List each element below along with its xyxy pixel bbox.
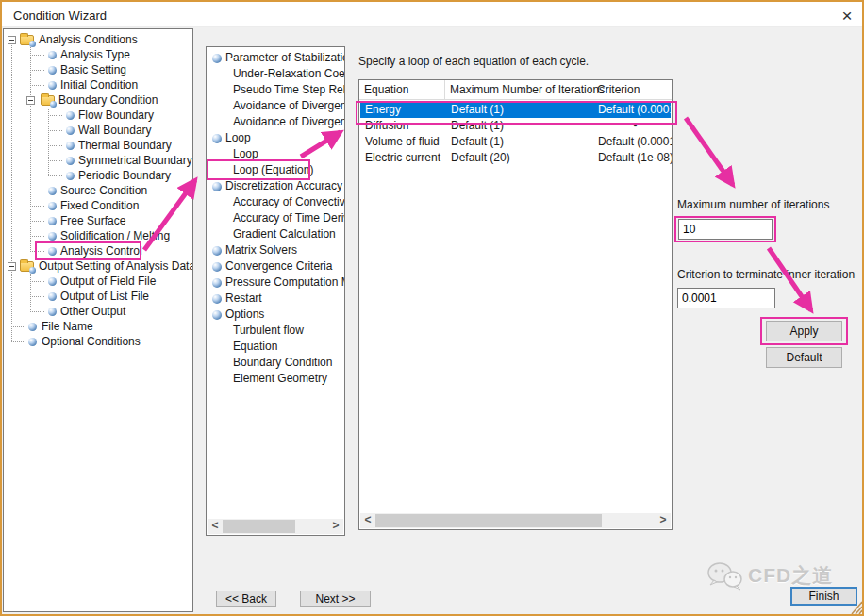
- scroll-left-icon[interactable]: <: [360, 513, 375, 528]
- collapse-icon[interactable]: [8, 262, 16, 271]
- tree-bullet-icon: [48, 202, 57, 210]
- list-item-accuracy-of-time-deriva-sub[interactable]: Accuracy of Time Deriva: [207, 210, 344, 226]
- tree-connector-stub: [30, 236, 45, 237]
- tree-connector-stub: [48, 130, 63, 131]
- list-item-loop[interactable]: Loop: [207, 130, 344, 146]
- tree-item-thermal-boundary[interactable]: Thermal Boundary: [4, 138, 192, 153]
- list-item-convergence-criteria[interactable]: Convergence Criteria: [207, 258, 344, 275]
- table-row-electric-current[interactable]: Electric currentDefault (20)Default (1e-…: [360, 150, 671, 166]
- list-item-turbulent-flow-sub[interactable]: Turbulent flow: [207, 323, 344, 339]
- tree-item-analysis-control[interactable]: Analysis Control: [4, 243, 192, 258]
- close-icon[interactable]: ×: [834, 5, 860, 27]
- list-item-pseudo-time-step-relaxa-sub[interactable]: Pseudo Time Step Relaxa: [207, 82, 344, 98]
- list-item-discretization-accuracy[interactable]: Discretization Accuracy: [207, 178, 344, 194]
- tree-connector-stub: [30, 191, 45, 191]
- apply-button[interactable]: Apply: [766, 321, 842, 341]
- resize-grip-icon[interactable]: [850, 600, 862, 614]
- tree-item-label: Fixed Condition: [60, 198, 139, 213]
- tree-item-periodic-boundary[interactable]: Periodic Boundary: [4, 168, 192, 183]
- list-item-boundary-condition-sub[interactable]: Boundary Condition: [207, 355, 344, 371]
- list-item-label: Pseudo Time Step Relaxa: [233, 82, 344, 98]
- list-item-under-relaxation-coeffi-sub[interactable]: Under-Relaxation Coeffi: [207, 66, 344, 82]
- tree-item-label: Boundary Condition: [58, 92, 158, 108]
- list-item-matrix-solvers[interactable]: Matrix Solvers: [207, 242, 344, 258]
- tree-item-free-surface[interactable]: Free Surface: [4, 213, 192, 228]
- list-item-loop-sub[interactable]: Loop: [207, 146, 344, 162]
- folder-icon: [20, 261, 34, 272]
- list-item-label: Convergence Criteria: [225, 258, 332, 275]
- list-item-options[interactable]: Options: [207, 307, 344, 323]
- arrow-to-iterations-input: [686, 118, 733, 185]
- tree-bullet-icon: [48, 232, 57, 241]
- tree-item-output-of-field-file[interactable]: Output of Field File: [4, 274, 192, 289]
- tree-item-label: Output of List File: [60, 289, 149, 304]
- list-item-gradient-calculation-sub[interactable]: Gradient Calculation: [207, 226, 344, 242]
- list-item-avoidance-of-divergence-sub[interactable]: Avoidance of Divergence: [207, 98, 344, 114]
- max-iterations-input[interactable]: [678, 219, 773, 240]
- tree-bullet-icon: [66, 157, 75, 165]
- list-item-restart[interactable]: Restart: [207, 291, 344, 307]
- list-item-pressure-computation-met[interactable]: Pressure Computation Met: [207, 275, 344, 291]
- list-item-avoidance-of-divergence-sub[interactable]: Avoidance of Divergence: [207, 114, 344, 130]
- collapse-icon[interactable]: [26, 96, 35, 105]
- scroll-left-icon[interactable]: <: [208, 519, 223, 534]
- cell-equation: Electric current: [365, 150, 448, 166]
- scrollbar-thumb[interactable]: [375, 514, 602, 527]
- tree-item-initial-condition[interactable]: Initial Condition: [4, 77, 192, 92]
- list-item-label: Loop: [233, 146, 258, 162]
- next-button[interactable]: Next >>: [300, 591, 371, 607]
- list-item-label: Loop: [225, 130, 251, 146]
- cell-criterion: Default (0.0001: [598, 134, 673, 150]
- scroll-right-icon[interactable]: >: [328, 519, 343, 534]
- tree-item-analysis-type[interactable]: Analysis Type: [4, 47, 192, 62]
- tree-connector-stub: [30, 206, 45, 207]
- tree-connector-stub: [11, 341, 26, 342]
- list-item-parameter-of-stabilization[interactable]: Parameter of Stabilization: [207, 50, 344, 66]
- scrollbar-thumb[interactable]: [223, 520, 295, 533]
- column-header-iterations[interactable]: Maximum Number of Iterations: [450, 80, 593, 99]
- list-bullet-icon: [212, 54, 222, 63]
- collapse-icon[interactable]: [8, 36, 16, 44]
- list-item-label: Under-Relaxation Coeffi: [233, 66, 344, 82]
- list-item-element-geometry-sub[interactable]: Element Geometry: [207, 371, 344, 387]
- table-row-energy[interactable]: EnergyDefault (1)Default (0.0001: [360, 102, 671, 118]
- tree-item-source-condition[interactable]: Source Condition: [4, 183, 192, 198]
- table-hscrollbar[interactable]: < >: [360, 513, 671, 528]
- cell-equation: Volume of fluid: [365, 134, 448, 150]
- tree-item-analysis-conditions[interactable]: Analysis Conditions: [4, 32, 192, 47]
- tree-item-optional-conditions[interactable]: Optional Conditions: [4, 334, 192, 349]
- tree-item-symmetrical-boundary[interactable]: Symmetrical Boundary: [4, 153, 192, 168]
- default-button[interactable]: Default: [766, 347, 842, 368]
- criterion-input[interactable]: [677, 288, 775, 308]
- list-item-label: Avoidance of Divergence: [233, 98, 344, 114]
- tree-item-basic-setting[interactable]: Basic Setting: [4, 62, 192, 77]
- max-iterations-label: Maximum number of iterations: [677, 198, 829, 211]
- tree-connector-stub: [30, 281, 45, 282]
- tree-item-flow-boundary[interactable]: Flow Boundary: [4, 108, 192, 123]
- table-row-volume-of-fluid[interactable]: Volume of fluidDefault (1)Default (0.000…: [360, 134, 671, 150]
- tree-item-fixed-condition[interactable]: Fixed Condition: [4, 198, 192, 213]
- cell-equation: Diffusion: [365, 118, 448, 134]
- tree-item-other-output[interactable]: Other Output: [4, 304, 192, 319]
- list-bullet-icon: [212, 294, 222, 304]
- tree-item-wall-boundary[interactable]: Wall Boundary: [4, 123, 192, 138]
- tree-item-file-name[interactable]: File Name: [4, 319, 192, 334]
- tree-item-output-setting-of-analysis-data[interactable]: Output Setting of Analysis Data: [4, 258, 192, 274]
- table-row-diffusion[interactable]: DiffusionDefault (1)-: [360, 118, 671, 134]
- list-item-accuracy-of-convective-sub[interactable]: Accuracy of Convective: [207, 194, 344, 210]
- tree-item-boundary-condition[interactable]: Boundary Condition: [4, 92, 192, 108]
- list-item-equation-sub[interactable]: Equation: [207, 339, 344, 355]
- tree-connector-stub: [30, 296, 45, 297]
- criterion-label: Criterion to terminate inner iteration: [677, 268, 855, 281]
- list-item-loop-equation-sub[interactable]: Loop (Equation): [207, 162, 344, 178]
- tree-bullet-icon: [28, 338, 37, 346]
- tree-item-output-of-list-file[interactable]: Output of List File: [4, 289, 192, 304]
- middle-list-hscrollbar[interactable]: < >: [208, 519, 343, 534]
- column-header-equation[interactable]: Equation: [364, 80, 447, 99]
- tree-item-solidification-melting[interactable]: Solidification / Melting: [4, 228, 192, 243]
- scroll-right-icon[interactable]: >: [656, 513, 671, 528]
- list-item-label: Equation: [233, 339, 277, 355]
- back-button[interactable]: << Back: [216, 591, 276, 607]
- cell-iterations: Default (1): [451, 102, 594, 118]
- column-header-criterion[interactable]: Criterion: [597, 80, 672, 99]
